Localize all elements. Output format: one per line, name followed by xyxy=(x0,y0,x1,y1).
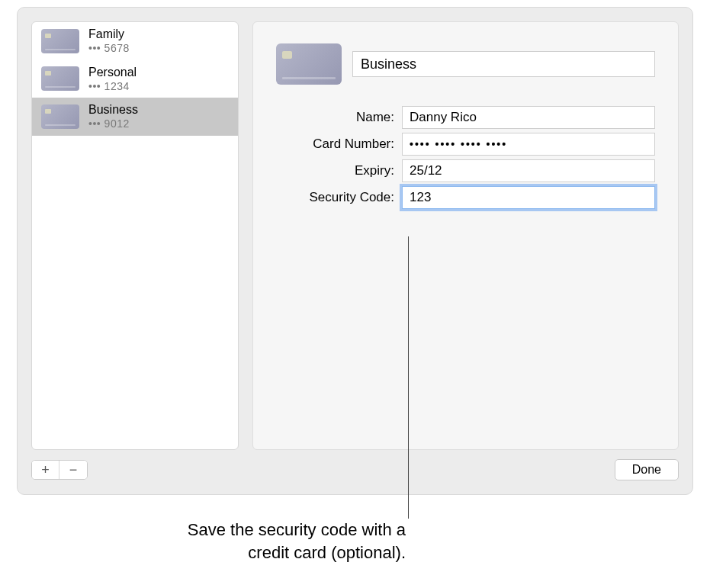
content-area: Family ••• 5678 Personal ••• 1234 Busine… xyxy=(18,8,692,450)
card-item-masked: ••• 5678 xyxy=(88,42,130,56)
card-item-masked: ••• 1234 xyxy=(88,80,137,94)
list-item-text: Family ••• 5678 xyxy=(88,27,130,56)
security-code-input[interactable] xyxy=(402,186,655,209)
card-item-label: Family xyxy=(88,27,130,42)
credit-card-icon xyxy=(41,66,79,91)
form-row-card-number: Card Number: xyxy=(276,133,655,156)
cards-sidebar: Family ••• 5678 Personal ••• 1234 Busine… xyxy=(31,21,239,450)
security-code-label: Security Code: xyxy=(276,190,402,205)
callout-leader-line xyxy=(408,236,409,519)
credit-cards-window: Family ••• 5678 Personal ••• 1234 Busine… xyxy=(17,7,693,495)
minus-icon: − xyxy=(69,463,78,477)
credit-card-icon xyxy=(41,29,79,53)
callout-line-2: credit card (optional). xyxy=(248,543,406,562)
callout-line-1: Save the security code with a xyxy=(188,520,406,539)
card-list-item[interactable]: Family ••• 5678 xyxy=(32,22,238,60)
card-title-input[interactable] xyxy=(352,51,655,77)
remove-card-button[interactable]: − xyxy=(59,461,87,479)
card-item-masked: ••• 9012 xyxy=(88,117,138,131)
add-card-button[interactable]: + xyxy=(32,461,59,479)
list-item-text: Business ••• 9012 xyxy=(88,102,138,131)
name-input[interactable] xyxy=(402,106,655,129)
card-item-label: Business xyxy=(88,102,138,117)
cards-list: Family ••• 5678 Personal ••• 1234 Busine… xyxy=(32,22,238,449)
form-row-expiry: Expiry: xyxy=(276,159,655,182)
add-remove-control: + − xyxy=(31,460,88,480)
card-list-item[interactable]: Business ••• 9012 xyxy=(32,98,238,136)
card-item-label: Personal xyxy=(88,65,137,80)
detail-header xyxy=(276,43,655,85)
callout-text: Save the security code with a credit car… xyxy=(99,519,406,564)
form-row-security-code: Security Code: xyxy=(276,186,655,209)
credit-card-icon xyxy=(276,43,342,85)
name-label: Name: xyxy=(276,110,402,125)
form-row-name: Name: xyxy=(276,106,655,129)
expiry-input[interactable] xyxy=(402,159,655,182)
plus-icon: + xyxy=(41,463,50,477)
bottom-bar: + − Done xyxy=(18,450,692,494)
card-number-input[interactable] xyxy=(402,133,655,156)
detail-form: Name: Card Number: Expiry: Security Code… xyxy=(276,106,655,209)
card-number-label: Card Number: xyxy=(276,137,402,152)
card-detail-panel: Name: Card Number: Expiry: Security Code… xyxy=(252,21,679,450)
expiry-label: Expiry: xyxy=(276,163,402,178)
credit-card-icon xyxy=(41,104,79,129)
card-list-item[interactable]: Personal ••• 1234 xyxy=(32,60,238,98)
done-button[interactable]: Done xyxy=(615,459,679,480)
list-item-text: Personal ••• 1234 xyxy=(88,65,137,94)
